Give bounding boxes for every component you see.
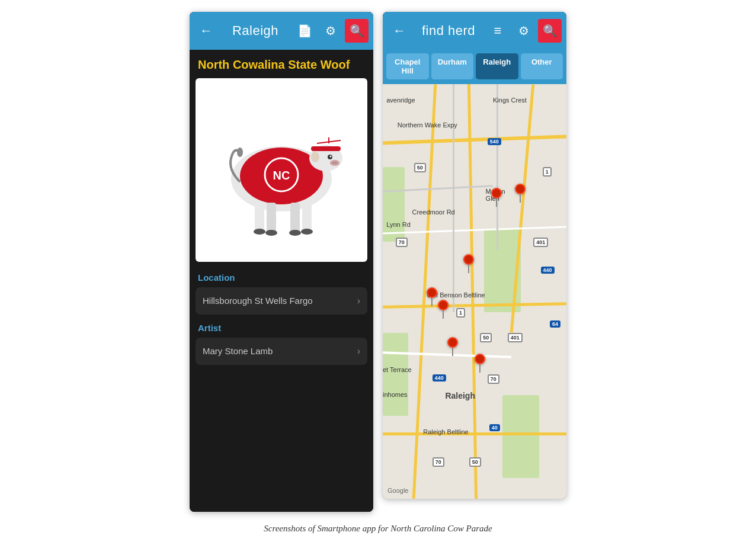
search-icon-screen2: 🔍 xyxy=(543,24,558,38)
map-label-creedmoor: Creedmoor Rd xyxy=(412,209,455,216)
screen2-find-herd: ← find herd ≡ ⚙ 🔍 Chapel Hill Durham Ral… xyxy=(383,12,566,499)
highway-70b-badge: 70 xyxy=(488,374,499,384)
list-icon-screen2[interactable]: ≡ xyxy=(486,19,510,43)
tab-durham[interactable]: Durham xyxy=(431,53,474,79)
pin-dot-3 xyxy=(463,254,474,265)
pin-dot-4 xyxy=(427,287,437,298)
map-pin-1[interactable] xyxy=(491,188,502,207)
interstate-40-badge: 40 xyxy=(489,424,500,431)
svg-rect-15 xyxy=(302,203,312,232)
svg-point-6 xyxy=(311,152,319,162)
svg-rect-12 xyxy=(255,203,264,232)
screen1-body: North Cowalina State Woof NC xyxy=(190,50,373,512)
svg-point-11 xyxy=(335,162,337,164)
screen1-nav: ← Raleigh 📄 ⚙ 🔍 xyxy=(190,12,373,50)
svg-point-18 xyxy=(289,230,301,236)
map-background: avenridge Kings Crest Northern Wake Expy… xyxy=(383,84,566,499)
artist-value: Mary Stone Lamb xyxy=(203,346,273,356)
map-label-kings-crest: Kings Crest xyxy=(493,97,527,104)
svg-rect-5 xyxy=(311,146,341,151)
tab-raleigh[interactable]: Raleigh xyxy=(476,53,518,79)
svg-rect-14 xyxy=(290,203,300,233)
search-button-screen2[interactable]: 🔍 xyxy=(538,19,562,43)
highway-401-badge: 401 xyxy=(533,238,548,247)
search-icon-screen1: 🔍 xyxy=(350,24,364,38)
doc-icon-screen1[interactable]: 📄 xyxy=(293,19,316,43)
back-button-screen1[interactable]: ← xyxy=(194,19,218,43)
map-pin-6[interactable] xyxy=(447,337,458,356)
svg-point-10 xyxy=(333,162,335,164)
pin-stem-2 xyxy=(520,194,521,203)
highway-70c-badge: 70 xyxy=(433,457,444,467)
interstate-64-badge: 64 xyxy=(550,320,560,328)
map-label-avenridge: avenridge xyxy=(386,97,415,104)
highway-1b-badge: 1 xyxy=(543,167,552,177)
interstate-540-badge: 540 xyxy=(488,138,501,145)
pin-stem-5 xyxy=(443,310,444,319)
map-label-inhomes: inhomes xyxy=(383,391,408,398)
svg-point-20 xyxy=(237,148,243,157)
highway-50b-badge: 50 xyxy=(480,333,492,342)
map-label-lynn-rd: Lynn Rd xyxy=(386,221,411,228)
screen2-nav: ← find herd ≡ ⚙ 🔍 xyxy=(383,12,566,50)
interstate-440-badge: 440 xyxy=(433,374,446,382)
location-value: Hillsborough St Wells Fargo xyxy=(203,296,313,306)
location-label: Location xyxy=(190,270,373,287)
highway-401b-badge: 401 xyxy=(508,333,523,342)
map-pin-4[interactable] xyxy=(427,287,437,306)
google-watermark: Google xyxy=(387,487,408,494)
pin-stem-6 xyxy=(452,348,453,356)
screenshots-container: ← Raleigh 📄 ⚙ 🔍 North Cowalina State Woo… xyxy=(190,12,566,512)
tab-other[interactable]: Other xyxy=(521,53,563,79)
settings-icon-screen2: ⚙ xyxy=(518,24,529,38)
cow-illustration: NC xyxy=(196,78,367,262)
highway-70-badge: 70 xyxy=(396,238,408,247)
svg-point-19 xyxy=(301,229,313,235)
search-button-screen1[interactable]: 🔍 xyxy=(345,19,369,43)
gear-icon-screen1[interactable]: ⚙ xyxy=(319,19,342,43)
artist-item[interactable]: Mary Stone Lamb › xyxy=(196,338,367,365)
pin-dot-6 xyxy=(447,337,458,348)
svg-point-9 xyxy=(330,160,339,166)
highway-1-badge: 1 xyxy=(456,308,465,318)
document-icon: 📄 xyxy=(297,24,312,38)
screen1-title: Raleigh xyxy=(220,23,290,39)
map-pin-3[interactable] xyxy=(463,254,474,273)
svg-rect-13 xyxy=(267,203,276,233)
map-container[interactable]: avenridge Kings Crest Northern Wake Expy… xyxy=(383,84,566,499)
caption: Screenshots of Smartphone app for North … xyxy=(264,524,492,534)
pin-dot-7 xyxy=(475,354,485,364)
map-pin-5[interactable] xyxy=(438,300,449,319)
map-label-terrace: et Terrace xyxy=(383,366,412,373)
pin-dot-2 xyxy=(515,184,526,194)
cow-image: NC xyxy=(196,78,367,262)
location-item[interactable]: Hillsborough St Wells Fargo › xyxy=(196,287,367,315)
pin-stem-3 xyxy=(468,265,469,273)
map-pin-7[interactable] xyxy=(475,354,485,373)
cow-title: North Cowalina State Woof xyxy=(190,50,373,78)
map-label-northern-wake: Northern Wake Expy xyxy=(398,121,457,129)
svg-point-17 xyxy=(265,230,277,236)
artist-label: Artist xyxy=(190,320,373,338)
pin-stem-7 xyxy=(479,364,480,373)
filter-tabs: Chapel Hill Durham Raleigh Other xyxy=(383,50,566,84)
tab-chapel-hill[interactable]: Chapel Hill xyxy=(386,53,429,79)
back-button-screen2[interactable]: ← xyxy=(387,19,411,43)
interstate-440b-badge: 440 xyxy=(541,267,555,274)
map-label-raleigh-beltline: Raleigh Beltline xyxy=(423,428,468,435)
svg-text:NC: NC xyxy=(273,169,290,182)
svg-point-8 xyxy=(330,155,332,157)
artist-chevron: › xyxy=(357,346,360,357)
highway-50-badge: 50 xyxy=(414,163,426,172)
gear-icon-screen2[interactable]: ⚙ xyxy=(512,19,536,43)
highway-50c-badge: 50 xyxy=(469,457,481,467)
map-label-raleigh: Raleigh xyxy=(445,391,475,400)
location-chevron: › xyxy=(357,296,360,306)
svg-point-16 xyxy=(254,229,265,235)
pin-stem-1 xyxy=(496,198,497,207)
screen1-raleigh: ← Raleigh 📄 ⚙ 🔍 North Cowalina State Woo… xyxy=(190,12,373,512)
list-view-icon: ≡ xyxy=(494,23,502,39)
map-pin-2[interactable] xyxy=(515,184,526,203)
screen2-title: find herd xyxy=(414,23,483,39)
pin-dot-5 xyxy=(438,300,449,310)
